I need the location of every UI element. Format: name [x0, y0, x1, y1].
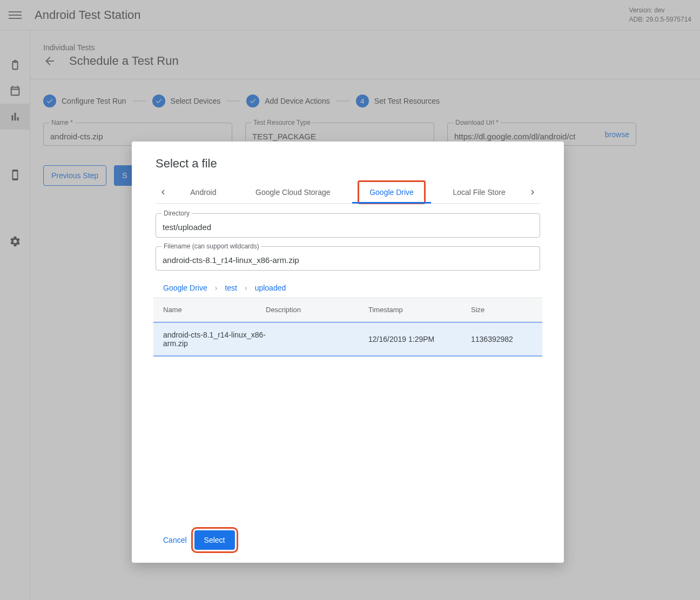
tab-android[interactable]: Android — [179, 181, 227, 203]
tabs-scroll-right[interactable] — [525, 181, 540, 203]
dialog-title: Select a file — [156, 157, 540, 171]
cancel-button[interactable]: Cancel — [163, 536, 187, 544]
column-header-name: Name — [163, 306, 266, 314]
tab-google-drive[interactable]: Google Drive — [359, 181, 425, 203]
filename-field[interactable]: Filename (can support wildcards) android… — [156, 246, 540, 271]
table-row[interactable]: android-cts-8.1_r14-linux_x86-arm.zip 12… — [153, 322, 542, 356]
tab-gcs[interactable]: Google Cloud Storage — [245, 181, 341, 203]
select-button[interactable]: Select — [194, 530, 235, 550]
field-value: test/uploaded — [163, 223, 533, 232]
field-label: Filename (can support wildcards) — [161, 242, 261, 250]
tab-local-file-store[interactable]: Local File Store — [442, 181, 516, 203]
breadcrumb-link[interactable]: Google Drive — [163, 284, 207, 292]
chevron-right-icon: › — [245, 284, 247, 292]
cell-size: 1136392982 — [471, 335, 557, 343]
chevron-right-icon: › — [215, 284, 218, 292]
column-header-description: Description — [266, 306, 368, 314]
file-table: Name Description Timestamp Size android-… — [153, 298, 542, 357]
cell-name: android-cts-8.1_r14-linux_x86-arm.zip — [163, 331, 266, 348]
directory-field[interactable]: Directory test/uploaded — [156, 213, 540, 238]
breadcrumb-link[interactable]: uploaded — [255, 284, 286, 292]
chevron-right-icon — [528, 187, 537, 197]
cell-timestamp: 12/16/2019 1:29PM — [368, 335, 471, 343]
breadcrumb-link[interactable]: test — [225, 284, 237, 292]
chevron-left-icon — [158, 187, 168, 197]
tabs-scroll-left[interactable] — [156, 181, 171, 203]
field-label: Directory — [161, 210, 192, 217]
field-value: android-cts-8.1_r14-linux_x86-arm.zip — [163, 255, 533, 265]
column-header-size: Size — [471, 306, 557, 314]
file-breadcrumb: Google Drive › test › uploaded — [163, 284, 540, 292]
select-file-dialog: Select a file Android Google Cloud Stora… — [132, 141, 564, 563]
column-header-timestamp: Timestamp — [368, 306, 471, 314]
